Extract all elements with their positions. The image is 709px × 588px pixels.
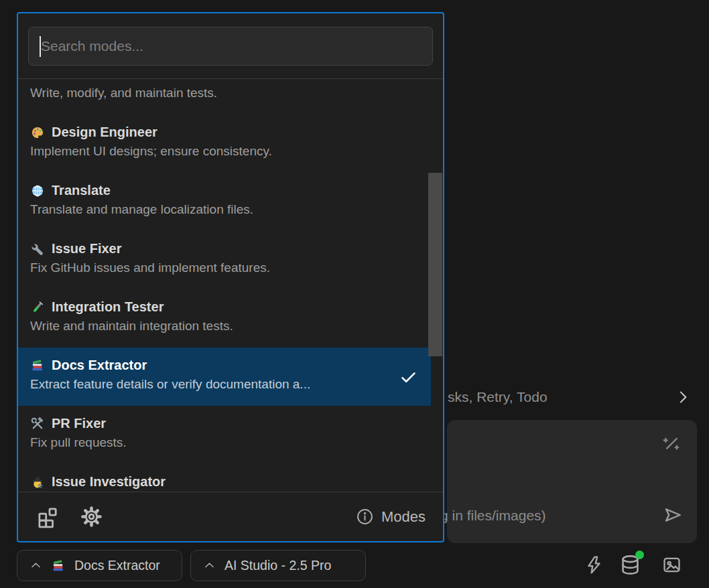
- mode-description: Write, modify, and maintain tests.: [30, 86, 419, 100]
- mode-selector-button[interactable]: Docs Extractor: [17, 550, 182, 581]
- send-icon[interactable]: [662, 504, 684, 526]
- info-icon[interactable]: [356, 508, 374, 526]
- mode-list: Write, modify, and maintain tests.Design…: [18, 79, 443, 492]
- mode-name: Design Engineer: [52, 125, 157, 140]
- mode-item[interactable]: Write, modify, and maintain tests.: [18, 79, 431, 115]
- chat-input-placeholder: g in files/images): [440, 508, 546, 524]
- status-dot: [635, 550, 644, 559]
- mode-item-issue-fixer[interactable]: Issue FixerFix GitHub issues and impleme…: [18, 231, 431, 289]
- app-root: sks, Retry, Todo g in files/images) Docs…: [0, 0, 709, 588]
- gear-icon[interactable]: [79, 504, 104, 529]
- popup-footer: Modes: [18, 492, 443, 541]
- chat-input-panel[interactable]: g in files/images): [447, 420, 697, 543]
- mode-title: Docs Extractor: [30, 356, 419, 374]
- mode-item-translate[interactable]: TranslateTranslate and manage localizati…: [18, 173, 431, 231]
- settings-row-label: sks, Retry, Todo: [448, 389, 547, 405]
- globe-icon: [30, 183, 45, 198]
- mode-description: Implement UI designs; ensure consistency…: [30, 144, 419, 159]
- mode-item-design-engineer[interactable]: Design EngineerImplement UI designs; ens…: [18, 115, 431, 173]
- enhance-prompt-wand-icon[interactable]: [661, 433, 682, 454]
- search-box: [28, 27, 433, 66]
- text-cursor: [40, 36, 41, 57]
- auto-approve-lightning-icon[interactable]: [584, 555, 604, 575]
- mode-name: Translate: [52, 183, 111, 198]
- mode-name: Issue Fixer: [52, 241, 122, 256]
- test-tube-icon: [30, 79, 45, 82]
- mode-title: Issue Investigator: [30, 473, 419, 491]
- check-icon: [399, 368, 417, 386]
- mode-name: Issue Investigator: [52, 474, 166, 490]
- wrench-icon: [30, 242, 45, 256]
- mode-title: Issue Fixer: [30, 240, 419, 258]
- mode-item-docs-extractor[interactable]: Docs ExtractorExtract feature details or…: [18, 348, 431, 406]
- modes-label: Modes: [381, 508, 426, 526]
- mode-item-issue-investigator[interactable]: Issue Investigator: [18, 464, 431, 492]
- chevron-right-icon[interactable]: [674, 388, 692, 406]
- books-icon: [30, 358, 45, 373]
- chevron-up-icon: [29, 559, 42, 572]
- mode-picker-popup: Write, modify, and maintain tests.Design…: [17, 12, 444, 542]
- mode-name: Docs Extractor: [52, 358, 147, 373]
- scrollbar-thumb[interactable]: [428, 173, 442, 356]
- palette-icon: [30, 125, 45, 140]
- mode-description: Write and maintain integration tests.: [30, 319, 419, 334]
- chevron-up-icon: [203, 559, 216, 572]
- books-icon: [51, 559, 66, 573]
- mode-selector-label: Docs Extractor: [74, 558, 160, 573]
- search-input[interactable]: [29, 27, 432, 65]
- mode-title: Translate: [30, 181, 419, 200]
- mode-name: PR Fixer: [52, 416, 106, 431]
- mode-item-integration-tester[interactable]: Integration TesterWrite and maintain int…: [18, 289, 431, 348]
- mode-description: Fix pull requests.: [30, 435, 419, 450]
- mode-name: Integration Tester: [52, 299, 164, 315]
- mode-title: PR Fixer: [30, 415, 419, 433]
- marketplace-icon[interactable]: [36, 504, 60, 529]
- mode-title: Design Engineer: [30, 123, 419, 141]
- mode-description: Fix GitHub issues and implement features…: [30, 261, 419, 275]
- test-tube-icon: [30, 300, 45, 315]
- model-selector-button[interactable]: AI Studio - 2.5 Pro: [190, 550, 366, 581]
- hammer-wrench-icon: [30, 417, 45, 431]
- mode-item-pr-fixer[interactable]: PR FixerFix pull requests.: [18, 406, 431, 464]
- mode-description: Translate and manage localization files.: [30, 202, 419, 217]
- attach-image-icon[interactable]: [661, 555, 682, 575]
- mode-title: [30, 79, 419, 83]
- detective-icon: [30, 475, 45, 490]
- modes-info: Modes: [356, 508, 426, 526]
- mode-title: Integration Tester: [30, 298, 419, 316]
- context-database-icon[interactable]: [619, 553, 642, 577]
- model-selector-label: AI Studio - 2.5 Pro: [224, 558, 331, 573]
- mode-description: Extract feature details or verify docume…: [30, 377, 419, 392]
